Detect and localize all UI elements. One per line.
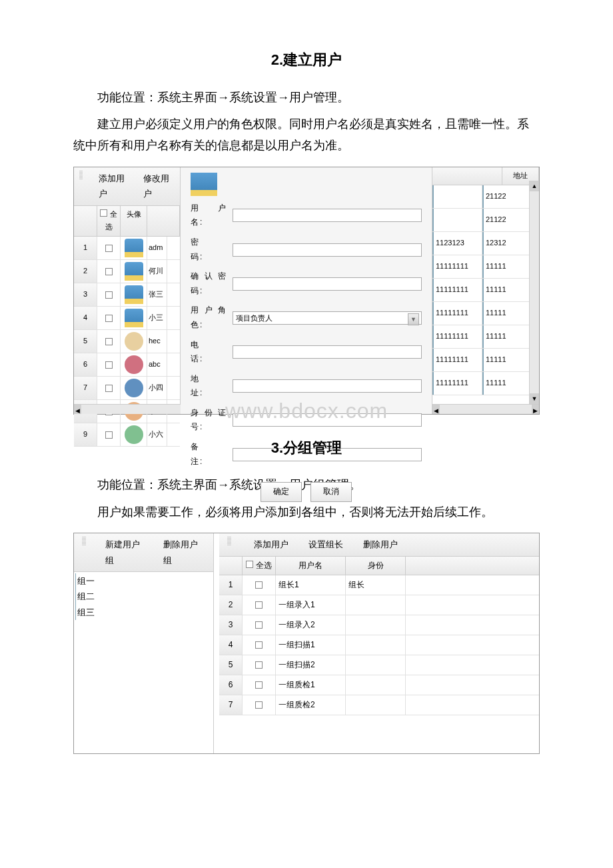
address-input[interactable] xyxy=(233,379,422,393)
row-checkbox[interactable] xyxy=(255,661,263,669)
member-role-cell xyxy=(346,655,406,675)
username-cell: 张三 xyxy=(147,283,167,306)
table-row[interactable]: 1 组长1 组长 xyxy=(219,575,539,595)
horizontal-scrollbar-right[interactable] xyxy=(432,404,539,414)
row-checkbox[interactable] xyxy=(255,641,263,649)
phone-input[interactable] xyxy=(233,345,422,359)
delete-group-button[interactable]: 删除用户组 xyxy=(163,537,205,568)
table-row[interactable]: 1 adm xyxy=(74,237,180,260)
row-checkbox[interactable] xyxy=(105,338,113,345)
table-row: 21122 xyxy=(432,209,539,232)
table-row: 11111111 11111 xyxy=(432,279,539,302)
table-row[interactable]: 5 一组扫描2 xyxy=(219,655,539,675)
username-input[interactable] xyxy=(233,209,422,222)
col1-cell: 11111111 xyxy=(432,325,482,348)
table-row: 11111111 11111 xyxy=(432,372,539,395)
row-checkbox[interactable] xyxy=(255,621,263,629)
avatar-icon xyxy=(125,355,143,374)
username-cell: 何川 xyxy=(147,260,167,283)
member-name-cell: 一组录入1 xyxy=(276,595,346,615)
address-cell: 11111 xyxy=(482,279,519,301)
row-checkbox[interactable] xyxy=(105,385,113,392)
col1-cell: 11111111 xyxy=(432,279,482,301)
col1-cell: 11111111 xyxy=(432,372,482,395)
row-number: 1 xyxy=(219,575,243,595)
avatar-header: 头像 xyxy=(121,206,147,237)
row-number: 5 xyxy=(74,330,97,353)
row-checkbox[interactable] xyxy=(105,268,113,275)
row-checkbox[interactable] xyxy=(255,681,263,689)
address-cell: 11111 xyxy=(482,255,519,278)
username-cell: abc xyxy=(147,353,167,376)
add-member-button[interactable]: 添加用户 xyxy=(254,537,289,552)
username-cell: 小四 xyxy=(147,377,167,399)
add-user-button[interactable]: 添加用户 xyxy=(99,171,130,202)
row-checkbox[interactable] xyxy=(105,361,113,369)
grip-icon xyxy=(79,171,83,180)
edit-user-button[interactable]: 修改用户 xyxy=(143,171,175,202)
row-checkbox[interactable] xyxy=(105,315,113,322)
company-logo-icon xyxy=(191,173,217,196)
table-row[interactable]: 2 一组录入1 xyxy=(219,595,539,615)
row-checkbox[interactable] xyxy=(105,291,113,299)
select-all-members-label: 全选 xyxy=(256,561,272,570)
row-checkbox[interactable] xyxy=(255,601,263,609)
select-all-members-checkbox[interactable] xyxy=(246,561,253,568)
member-role-cell xyxy=(346,695,406,715)
new-group-button[interactable]: 新建用户组 xyxy=(105,537,147,568)
avatar-icon xyxy=(125,309,143,327)
group-list-item[interactable]: 组二 xyxy=(75,589,212,604)
row-number: 5 xyxy=(219,655,243,675)
grip-icon xyxy=(227,537,231,546)
member-name-cell: 一组扫描2 xyxy=(276,655,346,675)
address-cell: 11111 xyxy=(482,372,519,395)
table-row[interactable]: 6 abc xyxy=(74,353,180,377)
row-checkbox[interactable] xyxy=(255,701,263,709)
username-header: 用户名 xyxy=(276,557,346,575)
idcard-label: 身份证号: xyxy=(191,406,227,435)
role-select[interactable]: 项目负责人 xyxy=(233,311,422,325)
table-row[interactable]: 2 何川 xyxy=(74,260,180,283)
member-role-cell xyxy=(346,675,406,695)
group-list-panel: 新建用户组 删除用户组 组一组二组三 xyxy=(74,533,214,753)
address-cell: 21122 xyxy=(482,209,519,231)
table-row[interactable]: 5 hec xyxy=(74,330,180,353)
select-all-checkbox[interactable] xyxy=(100,209,107,217)
section-3-para-2: 用户如果需要工作，必须将用户添加到各组中，否则将无法开始后续工作。 xyxy=(0,501,613,523)
table-row[interactable]: 3 一组录入2 xyxy=(219,615,539,635)
add-user-dialog: 用 户 名: 密 码: 确认密码: 用户角色:项目负责人 电 话: 地 址: 身… xyxy=(181,167,432,414)
username-label: 用 户 名: xyxy=(191,201,227,230)
vertical-scrollbar[interactable] xyxy=(529,181,539,404)
avatar-icon xyxy=(125,262,143,281)
table-row[interactable]: 7 小四 xyxy=(74,377,180,400)
delete-member-button[interactable]: 删除用户 xyxy=(363,537,398,552)
group-list-item[interactable]: 组三 xyxy=(75,605,212,620)
address-cell: 12312 xyxy=(482,232,519,255)
table-row[interactable]: 4 小三 xyxy=(74,307,180,330)
col1-cell: 11111111 xyxy=(432,255,482,278)
user-list-right-panel: 地址 21122 21122 1123123 12312 11111111 11… xyxy=(432,167,539,414)
group-list-item[interactable]: 组一 xyxy=(75,573,212,589)
row-number: 6 xyxy=(219,675,243,695)
confirm-password-input[interactable] xyxy=(233,277,422,291)
row-number: 6 xyxy=(74,353,97,376)
set-leader-button[interactable]: 设置组长 xyxy=(308,537,343,552)
table-row[interactable]: 6 一组质检1 xyxy=(219,675,539,695)
avatar-icon xyxy=(125,379,143,397)
row-checkbox[interactable] xyxy=(105,245,113,252)
cancel-button[interactable]: 取消 xyxy=(310,482,352,502)
section-2-title: 2.建立用户 xyxy=(0,47,613,73)
user-management-screenshot: 添加用户 修改用户 全选 头像 1 adm 2 何川 3 张三 4 小三 5 xyxy=(73,167,540,415)
ok-button[interactable]: 确定 xyxy=(261,482,302,502)
idcard-input[interactable] xyxy=(233,413,422,427)
role-header: 身份 xyxy=(346,557,406,575)
row-number: 3 xyxy=(219,615,243,635)
table-row[interactable]: 4 一组扫描1 xyxy=(219,635,539,655)
table-row[interactable]: 7 一组质检2 xyxy=(219,695,539,715)
username-cell: adm xyxy=(147,237,167,259)
table-row[interactable]: 3 张三 xyxy=(74,283,180,307)
username-cell: 小三 xyxy=(147,307,167,329)
row-number: 7 xyxy=(74,377,97,399)
password-input[interactable] xyxy=(233,243,422,257)
row-checkbox[interactable] xyxy=(255,581,263,589)
